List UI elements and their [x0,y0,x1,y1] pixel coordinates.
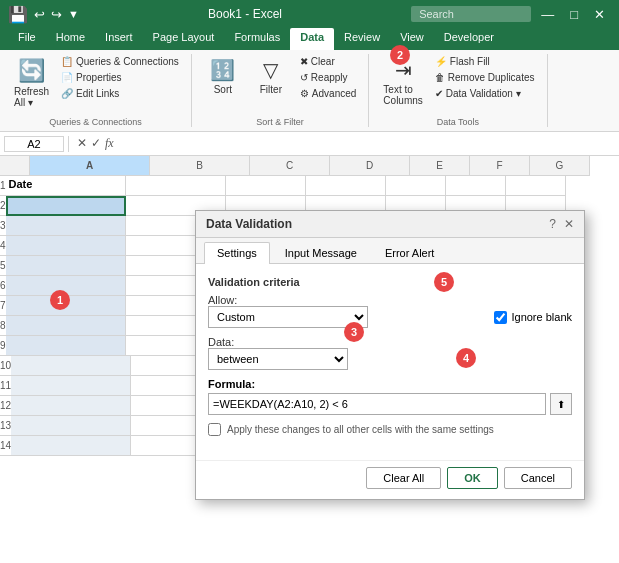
corner-cell[interactable] [0,156,30,176]
cell-reference-input[interactable] [4,136,64,152]
excel-icon: 💾 [8,5,28,24]
tab-review[interactable]: Review [334,28,390,50]
cell-c1[interactable] [226,176,306,196]
queries-icon: 📋 [61,56,73,67]
ribbon: 🔄 RefreshAll ▾ 📋 Queries & Connections 📄… [0,50,619,132]
cell-b1[interactable] [126,176,226,196]
cell-a2[interactable] [6,196,126,216]
app-title: Book1 - Excel [208,7,282,21]
data-label: Data: [208,336,572,348]
row-header[interactable]: 13 [0,416,11,436]
dialog-help-icon[interactable]: ? [549,217,556,231]
row-header[interactable]: 14 [0,436,11,456]
advanced-button[interactable]: ⚙ Advanced [296,86,360,101]
col-header-e[interactable]: E [410,156,470,176]
formula-row: Formula: ⬆ [208,378,572,415]
cell-g1[interactable] [506,176,566,196]
cell-a5[interactable] [6,256,126,276]
ignore-blank-checkbox[interactable] [494,311,507,324]
row-header[interactable]: 10 [0,356,11,376]
clear-button[interactable]: ✖ Clear [296,54,360,69]
minimize-btn[interactable]: — [535,5,560,24]
cell-a7[interactable] [6,296,126,316]
cancel-button[interactable]: Cancel [504,467,572,489]
formula-input-row: ⬆ [208,393,572,415]
properties-icon: 📄 [61,72,73,83]
cell-a9[interactable] [6,336,126,356]
search-input[interactable] [411,6,531,22]
customize-icon[interactable]: ▼ [68,8,79,20]
row-header[interactable]: 11 [0,376,11,396]
insert-function-icon[interactable]: fx [105,136,114,151]
data-select[interactable]: between not between equal to not equal t… [208,348,348,370]
cell-e1[interactable] [386,176,446,196]
sort-icon: 🔢 [210,58,235,82]
col-header-d[interactable]: D [330,156,410,176]
cell-d1[interactable] [306,176,386,196]
reapply-button[interactable]: ↺ Reapply [296,70,360,85]
cell-a12[interactable] [11,396,131,416]
remove-duplicates-button[interactable]: 🗑 Remove Duplicates [431,70,539,85]
text-to-columns-button[interactable]: ⇥ Text toColumns [377,54,428,110]
filter-button[interactable]: ▽ Filter [248,54,294,99]
tab-insert[interactable]: Insert [95,28,143,50]
tab-file[interactable]: File [8,28,46,50]
row-header[interactable]: 12 [0,396,11,416]
tab-view[interactable]: View [390,28,434,50]
filter-label: Filter [260,84,282,95]
dialog-tab-settings[interactable]: Settings [204,242,270,264]
cell-a14[interactable] [11,436,131,456]
allow-row: Allow: Custom Any value Whole number Dec… [208,294,572,328]
cell-a8[interactable] [6,316,126,336]
confirm-formula-icon[interactable]: ✓ [91,136,101,151]
formula-expand-button[interactable]: ⬆ [550,393,572,415]
dialog-body: Validation criteria Allow: Custom Any va… [196,264,584,460]
allow-label: Allow: [208,294,572,306]
redo-icon[interactable]: ↪ [51,7,62,22]
col-header-c[interactable]: C [250,156,330,176]
edit-links-button[interactable]: 🔗 Edit Links [57,86,183,101]
tab-page-layout[interactable]: Page Layout [143,28,225,50]
col-header-f[interactable]: F [470,156,530,176]
allow-select[interactable]: Custom Any value Whole number Decimal Li… [208,306,368,328]
tab-data[interactable]: Data [290,28,334,50]
cell-a13[interactable] [11,416,131,436]
cell-a11[interactable] [11,376,131,396]
data-validation-button[interactable]: ✔ Data Validation ▾ [431,86,539,101]
cell-a6[interactable] [6,276,126,296]
col-header-g[interactable]: G [530,156,590,176]
undo-icon[interactable]: ↩ [34,7,45,22]
flash-fill-button[interactable]: ⚡ Flash Fill [431,54,539,69]
col-header-b[interactable]: B [150,156,250,176]
cell-a3[interactable] [6,216,126,236]
cancel-formula-icon[interactable]: ✕ [77,136,87,151]
validation-criteria-label: Validation criteria [208,276,572,288]
dialog-tab-error-alert[interactable]: Error Alert [372,242,448,263]
close-btn[interactable]: ✕ [588,5,611,24]
tab-home[interactable]: Home [46,28,95,50]
tab-formulas[interactable]: Formulas [224,28,290,50]
queries-connections-button[interactable]: 📋 Queries & Connections [57,54,183,69]
apply-all-row: Apply these changes to all other cells w… [208,423,572,436]
advanced-icon: ⚙ [300,88,309,99]
apply-all-checkbox[interactable] [208,423,221,436]
cell-a10[interactable] [11,356,131,376]
properties-button[interactable]: 📄 Properties [57,70,183,85]
duplicates-icon: 🗑 [435,72,445,83]
refresh-all-button[interactable]: 🔄 RefreshAll ▾ [8,54,55,112]
formula-input[interactable] [122,137,615,151]
cell-f1[interactable] [446,176,506,196]
ok-button[interactable]: OK [447,467,498,489]
clear-all-button[interactable]: Clear All [366,467,441,489]
sort-buttons: 🔢 Sort ▽ Filter ✖ Clear ↺ Reapply [200,54,360,115]
tab-developer[interactable]: Developer [434,28,504,50]
dialog-tab-input-message[interactable]: Input Message [272,242,370,263]
formula-text-input[interactable] [208,393,546,415]
cell-a4[interactable] [6,236,126,256]
col-header-a[interactable]: A [30,156,150,176]
sort-button[interactable]: 🔢 Sort [200,54,246,99]
maximize-btn[interactable]: □ [564,5,584,24]
dialog-close-icon[interactable]: ✕ [564,217,574,231]
ribbon-tabs: File Home Insert Page Layout Formulas Da… [0,28,619,50]
cell-a1[interactable]: Date [6,176,126,196]
